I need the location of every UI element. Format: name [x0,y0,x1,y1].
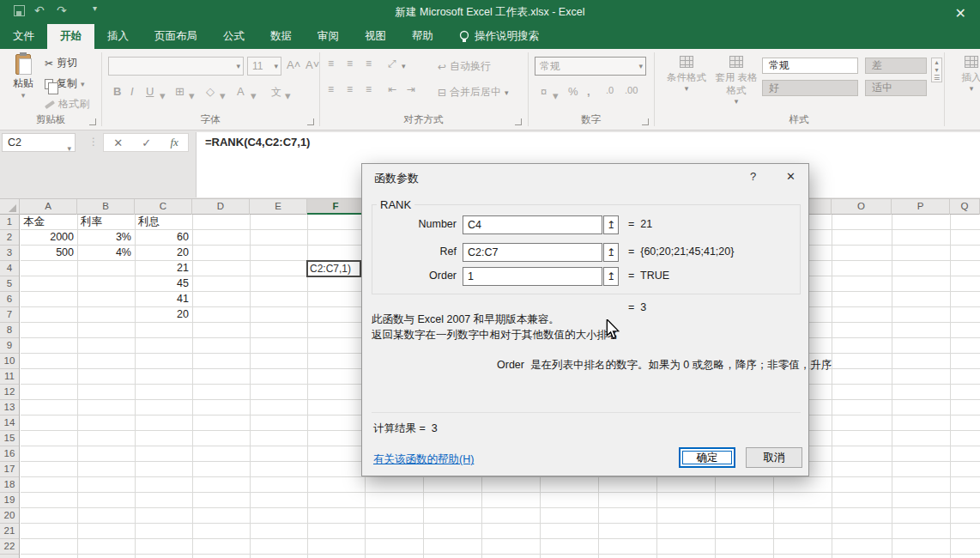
row-header-18[interactable]: 18 [0,477,19,493]
conditional-formatting-button[interactable]: 条件格式 ▾ [662,56,711,93]
name-box-dropdown-icon[interactable]: ▾ [67,140,71,157]
percent-style-icon[interactable]: % [568,85,578,98]
cell-A2[interactable]: 2000 [20,230,77,246]
row-header-23[interactable]: 23 [0,555,19,558]
align-top-icon[interactable]: ≡ [328,58,341,70]
cell-B3[interactable]: 4% [77,246,135,261]
row-header-10[interactable]: 10 [0,354,19,369]
cell-C5[interactable]: 45 [135,276,192,292]
tab-8[interactable]: 帮助 [399,24,446,49]
cell-C6[interactable]: 41 [135,292,192,307]
cell-C7[interactable]: 20 [135,307,192,323]
row-header-22[interactable]: 22 [0,539,19,555]
font-name-combo[interactable]: ▾ [108,57,244,76]
column-header-F[interactable]: F [307,199,365,215]
confirm-entry-icon[interactable]: ✓ [142,136,151,149]
row-header-11[interactable]: 11 [0,369,19,385]
font-color-icon[interactable]: A [237,85,245,98]
number-arg-input[interactable]: C4 [463,215,602,234]
cell-C3[interactable]: 20 [135,246,192,261]
close-window-icon[interactable]: ✕ [955,7,966,21]
ok-button[interactable]: 确定 [679,447,735,468]
row-header-1[interactable]: 1 [0,215,19,230]
increase-indent-icon[interactable]: ⇥ [407,83,420,95]
decrease-decimal-icon[interactable]: .00 [625,85,638,95]
comma-style-icon[interactable]: , [587,85,590,98]
dialog-close-icon[interactable]: ✕ [786,170,795,183]
cancel-button[interactable]: 取消 [746,447,802,468]
column-header-C[interactable]: C [135,199,192,215]
number-range-picker-icon[interactable]: ↥ [603,215,619,234]
row-header-2[interactable]: 2 [0,230,19,246]
order-range-picker-icon[interactable]: ↥ [603,267,619,286]
row-header-3[interactable]: 3 [0,246,19,261]
cut-button[interactable]: ✂ 剪切 [45,56,77,70]
cell-B2[interactable]: 3% [77,230,135,246]
cell-style-bad[interactable]: 差 [865,58,927,74]
row-header-5[interactable]: 5 [0,276,19,292]
cell-style-neutral[interactable]: 适中 [865,80,927,96]
decrease-indent-icon[interactable]: ⇤ [388,83,401,95]
number-dialog-launcher-icon[interactable] [642,118,649,125]
format-painter-button[interactable]: 格式刷 [45,97,89,112]
shrink-font-icon[interactable]: A˅ [305,58,319,71]
increase-decimal-icon[interactable]: .0 [606,85,614,95]
row-header-13[interactable]: 13 [0,400,19,415]
bold-button[interactable]: B [113,85,121,98]
alignment-dialog-launcher-icon[interactable] [515,118,522,125]
cell-B1[interactable]: 利率 [77,215,135,230]
align-bottom-icon[interactable]: ≡ [366,58,378,70]
cell-C4[interactable]: 21 [135,261,192,276]
row-header-7[interactable]: 7 [0,307,19,323]
column-header-O[interactable]: O [832,199,892,215]
copy-button[interactable]: 复制 ▾ [45,76,85,91]
tab-0[interactable]: 文件 [0,24,47,49]
row-header-14[interactable]: 14 [0,415,19,431]
align-center-icon[interactable]: ≡ [347,83,360,95]
paste-button[interactable]: 粘贴 ▾ [7,54,39,100]
editing-cell-overflow[interactable]: C2:C7,1) [306,260,361,277]
tab-2[interactable]: 插入 [94,24,142,49]
cell-C2[interactable]: 60 [135,230,192,246]
row-header-21[interactable]: 21 [0,524,19,539]
select-all-button[interactable] [0,199,20,215]
clipboard-dialog-launcher-icon[interactable] [89,118,96,125]
row-header-9[interactable]: 9 [0,338,19,354]
font-size-combo[interactable]: 11▾ [247,57,281,76]
column-header-P[interactable]: P [892,199,950,215]
tab-9[interactable]: 操作说明搜索 [446,24,552,49]
function-help-link[interactable]: 有关该函数的帮助(H) [373,452,474,467]
tab-6[interactable]: 审阅 [305,24,352,49]
dialog-help-icon[interactable]: ? [750,170,756,183]
row-header-19[interactable]: 19 [0,493,19,508]
column-header-B[interactable]: B [77,199,135,215]
align-right-icon[interactable]: ≡ [366,83,378,95]
name-box[interactable]: C2 ▾ [2,133,76,152]
row-header-17[interactable]: 17 [0,462,19,477]
styles-scroll-down-icon[interactable]: ▾ [932,66,941,74]
row-header-6[interactable]: 6 [0,292,19,307]
align-left-icon[interactable]: ≡ [328,83,341,95]
tab-5[interactable]: 数据 [257,24,305,49]
font-dialog-launcher-icon[interactable] [307,118,314,125]
column-header-Q[interactable]: Q [950,199,980,215]
column-header-E[interactable]: E [250,199,307,215]
ref-arg-input[interactable]: C2:C7 [463,243,602,262]
cell-C1[interactable]: 利息 [135,215,192,230]
column-header-A[interactable]: A [20,199,77,215]
row-header-12[interactable]: 12 [0,385,19,400]
order-arg-input[interactable]: 1 [463,267,602,286]
cell-style-normal[interactable]: 常规 [762,58,858,74]
row-header-15[interactable]: 15 [0,431,19,446]
tab-7[interactable]: 视图 [352,24,399,49]
row-header-8[interactable]: 8 [0,323,19,338]
wrap-text-button[interactable]: ↩ 自动换行 [438,59,491,74]
align-middle-icon[interactable]: ≡ [347,58,360,70]
number-format-combo[interactable]: 常规▾ [535,57,646,76]
tab-1[interactable]: 开始 [47,24,94,49]
insert-cells-button[interactable]: 插入 ▾ [954,56,980,93]
phonetic-guide-icon[interactable]: 文 [271,85,281,100]
grow-font-icon[interactable]: A˄ [287,58,300,71]
accounting-format-icon[interactable]: ¤ [541,85,547,98]
cell-A1[interactable]: 本金 [20,215,77,230]
